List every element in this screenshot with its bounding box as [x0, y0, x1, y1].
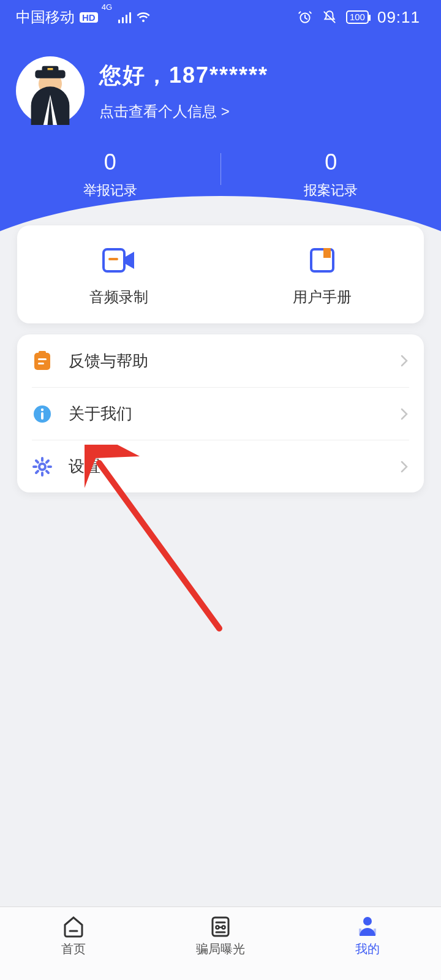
svg-point-37 — [363, 917, 372, 925]
menu-label: 反馈与帮助 — [69, 350, 399, 372]
carrier-label: 中国移动 — [16, 7, 75, 27]
clock: 09:11 — [377, 8, 420, 27]
clipboard-icon — [32, 350, 53, 371]
profile-subtitle: 点击查看个人信息 > — [99, 102, 268, 121]
profile-header[interactable]: 您好，187****** 点击查看个人信息 > — [16, 56, 268, 125]
menu-label: 关于我们 — [69, 403, 399, 424]
news-icon — [208, 914, 233, 938]
svg-point-30 — [216, 926, 219, 929]
nav-label: 骗局曝光 — [196, 941, 245, 957]
svg-point-17 — [39, 464, 45, 470]
bottom-nav: 首页 骗局曝光 我的 — [0, 907, 441, 980]
chevron-right-icon — [399, 459, 409, 474]
nav-exposure[interactable]: 骗局曝光 — [147, 907, 294, 964]
tool-audio-record[interactable]: 音频录制 — [17, 225, 221, 323]
greeting-text: 您好，187****** — [99, 61, 268, 91]
menu-settings[interactable]: 设置 — [32, 440, 409, 492]
svg-rect-16 — [41, 412, 43, 420]
nav-label: 我的 — [355, 941, 380, 957]
svg-rect-7 — [108, 258, 118, 260]
avatar — [16, 56, 85, 125]
video-record-icon — [100, 242, 137, 279]
gear-icon — [32, 456, 53, 477]
network-type: 4G — [102, 2, 112, 12]
chevron-right-icon — [399, 353, 409, 368]
stat-value: 0 — [0, 149, 221, 175]
home-icon — [61, 914, 86, 938]
svg-line-25 — [47, 461, 48, 462]
hd-badge: HD — [80, 12, 98, 23]
stat-case[interactable]: 0 报案记录 — [221, 149, 442, 200]
svg-point-31 — [222, 926, 225, 929]
wifi-icon — [136, 10, 151, 24]
tool-user-manual[interactable]: 用户手册 — [221, 225, 424, 323]
alarm-icon — [297, 9, 313, 25]
svg-line-22 — [36, 461, 38, 462]
svg-rect-10 — [34, 353, 50, 370]
book-icon — [304, 242, 341, 279]
mute-bell-icon — [322, 9, 337, 25]
stats-row: 0 举报记录 0 报案记录 — [0, 149, 441, 200]
nav-label: 首页 — [61, 941, 86, 957]
menu-label: 设置 — [69, 456, 399, 477]
svg-rect-5 — [48, 68, 53, 70]
svg-rect-11 — [39, 351, 46, 355]
tools-card: 音频录制 用户手册 — [17, 225, 424, 323]
tool-label: 音频录制 — [89, 287, 148, 307]
menu-about[interactable]: 关于我们 — [32, 387, 409, 440]
stat-label: 举报记录 — [0, 181, 221, 200]
stat-label: 报案记录 — [221, 181, 442, 200]
menu-card: 反馈与帮助 关于我们 设置 — [17, 334, 424, 492]
tool-label: 用户手册 — [293, 287, 352, 307]
svg-line-24 — [36, 471, 38, 473]
menu-feedback[interactable]: 反馈与帮助 — [32, 334, 409, 387]
person-icon — [355, 914, 380, 938]
svg-rect-13 — [38, 363, 44, 364]
chevron-right-icon — [399, 407, 409, 421]
battery-indicator: 100 — [346, 10, 369, 24]
nav-home[interactable]: 首页 — [0, 907, 147, 964]
svg-rect-12 — [38, 358, 47, 360]
status-bar: 中国移动 HD 4G 100 09:11 — [0, 0, 441, 34]
signal-icon — [118, 11, 131, 23]
stat-value: 0 — [221, 149, 442, 175]
svg-point-15 — [41, 408, 43, 410]
nav-mine[interactable]: 我的 — [294, 907, 441, 964]
stat-report[interactable]: 0 举报记录 — [0, 149, 221, 200]
svg-line-23 — [47, 471, 48, 473]
info-icon — [32, 404, 53, 424]
